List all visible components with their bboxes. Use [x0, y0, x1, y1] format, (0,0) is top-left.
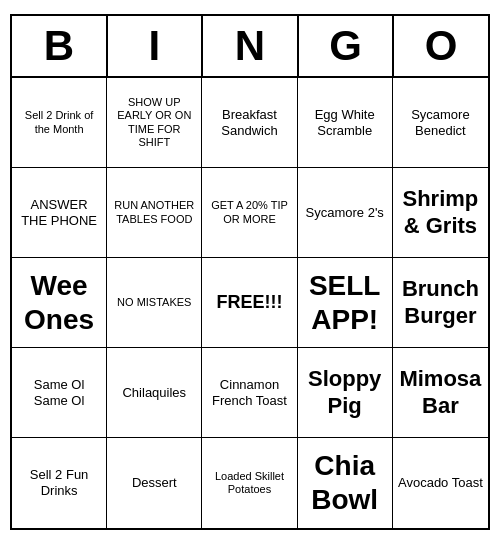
bingo-cell: SHOW UP EARLY OR ON TIME FOR SHIFT	[107, 78, 202, 168]
bingo-cell: Loaded Skillet Potatoes	[202, 438, 297, 528]
bingo-header-letter: B	[12, 16, 108, 76]
bingo-cell: GET A 20% TIP OR MORE	[202, 168, 297, 258]
bingo-cell-text: Shrimp & Grits	[397, 186, 484, 239]
bingo-cell-text: Mimosa Bar	[397, 366, 484, 419]
bingo-cell-text: Sloppy Pig	[302, 366, 388, 419]
bingo-cell-text: Avocado Toast	[398, 475, 483, 491]
bingo-cell: Avocado Toast	[393, 438, 488, 528]
bingo-cell: Chilaquiles	[107, 348, 202, 438]
bingo-cell-text: Sell 2 Drink of the Month	[16, 109, 102, 135]
bingo-cell: Wee Ones	[12, 258, 107, 348]
bingo-cell: Sell 2 Drink of the Month	[12, 78, 107, 168]
bingo-cell-text: Breakfast Sandwich	[206, 107, 292, 138]
bingo-cell: NO MISTAKES	[107, 258, 202, 348]
bingo-cell: Egg White Scramble	[298, 78, 393, 168]
bingo-cell: SELL APP!	[298, 258, 393, 348]
bingo-header: BINGO	[12, 16, 488, 78]
bingo-cell-text: Dessert	[132, 475, 177, 491]
bingo-cell: FREE!!!	[202, 258, 297, 348]
bingo-header-letter: O	[394, 16, 488, 76]
bingo-cell: Breakfast Sandwich	[202, 78, 297, 168]
bingo-cell-text: GET A 20% TIP OR MORE	[206, 199, 292, 225]
bingo-cell: Dessert	[107, 438, 202, 528]
bingo-cell: RUN ANOTHER TABLES FOOD	[107, 168, 202, 258]
bingo-cell-text: SELL APP!	[302, 269, 388, 336]
bingo-cell-text: Chilaquiles	[122, 385, 186, 401]
bingo-card: BINGO Sell 2 Drink of the MonthSHOW UP E…	[10, 14, 490, 530]
bingo-cell: Sycamore Benedict	[393, 78, 488, 168]
bingo-cell-text: Same Ol Same Ol	[16, 377, 102, 408]
bingo-cell: Same Ol Same Ol	[12, 348, 107, 438]
bingo-cell-text: Egg White Scramble	[302, 107, 388, 138]
bingo-cell-text: Cinnamon French Toast	[206, 377, 292, 408]
bingo-cell-text: Sell 2 Fun Drinks	[16, 467, 102, 498]
bingo-cell: Mimosa Bar	[393, 348, 488, 438]
bingo-cell-text: SHOW UP EARLY OR ON TIME FOR SHIFT	[111, 96, 197, 149]
bingo-cell: Sycamore 2's	[298, 168, 393, 258]
bingo-cell-text: ANSWER THE PHONE	[16, 197, 102, 228]
bingo-cell-text: Sycamore 2's	[306, 205, 384, 221]
bingo-cell-text: Wee Ones	[16, 269, 102, 336]
bingo-cell-text: Sycamore Benedict	[397, 107, 484, 138]
bingo-cell-text: Brunch Burger	[397, 276, 484, 329]
bingo-header-letter: I	[108, 16, 204, 76]
bingo-cell-text: FREE!!!	[216, 292, 282, 314]
bingo-cell: Sell 2 Fun Drinks	[12, 438, 107, 528]
bingo-cell: Chia Bowl	[298, 438, 393, 528]
bingo-cell-text: Chia Bowl	[302, 449, 388, 516]
bingo-cell: Sloppy Pig	[298, 348, 393, 438]
bingo-cell: Shrimp & Grits	[393, 168, 488, 258]
bingo-grid: Sell 2 Drink of the MonthSHOW UP EARLY O…	[12, 78, 488, 528]
bingo-cell: Cinnamon French Toast	[202, 348, 297, 438]
bingo-cell: ANSWER THE PHONE	[12, 168, 107, 258]
bingo-cell-text: RUN ANOTHER TABLES FOOD	[111, 199, 197, 225]
bingo-cell-text: Loaded Skillet Potatoes	[206, 470, 292, 496]
bingo-header-letter: G	[299, 16, 395, 76]
bingo-cell-text: NO MISTAKES	[117, 296, 191, 309]
bingo-cell: Brunch Burger	[393, 258, 488, 348]
bingo-header-letter: N	[203, 16, 299, 76]
